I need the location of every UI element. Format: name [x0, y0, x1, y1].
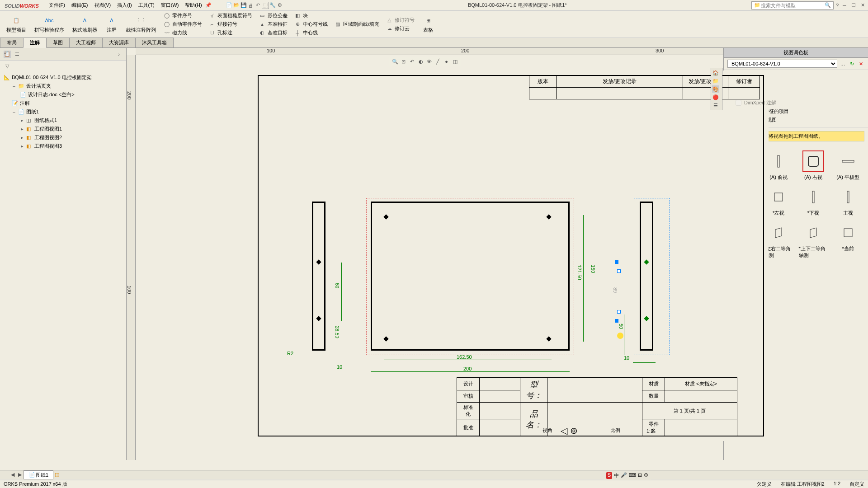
save-icon[interactable]: 💾: [240, 2, 247, 9]
options-icon[interactable]: ⚙: [276, 2, 283, 9]
help-icon[interactable]: ?: [834, 2, 841, 9]
tree-root[interactable]: 📐BQML01-00-624-V1.0 电控板固定架: [2, 73, 124, 82]
collapse-icon[interactable]: «: [2, 49, 9, 56]
format-painter-button[interactable]: A格式涂刷器: [70, 14, 100, 34]
new-icon[interactable]: 📄: [226, 2, 233, 9]
menu-tools[interactable]: 工具(T): [136, 1, 157, 9]
minimize-icon[interactable]: ─: [841, 2, 848, 9]
surface-finish-button[interactable]: √表面粗糙度符号: [207, 12, 254, 20]
datum-feature-button[interactable]: ▲基准特征: [257, 20, 289, 28]
view-right[interactable]: (A) 右视: [797, 149, 830, 183]
sheet-tab-1[interactable]: 📄图纸1: [24, 470, 53, 479]
tree-sheet1[interactable]: −📄图纸1: [10, 108, 124, 116]
weld-symbol-button[interactable]: ⌐焊接符号: [207, 20, 254, 28]
view-bottom[interactable]: *下视: [797, 184, 830, 218]
hatch-button[interactable]: ▨区域剖面线/填充: [332, 20, 381, 28]
tree-expand-icon[interactable]: ›: [115, 51, 123, 58]
zoom-fit-icon[interactable]: 🔍: [392, 58, 399, 65]
menu-edit[interactable]: 编辑(E): [69, 1, 91, 9]
balloon-button[interactable]: ◯零件序号: [161, 12, 204, 20]
menu-window[interactable]: 窗口(W): [158, 1, 182, 9]
dim-50[interactable]: 50: [618, 324, 624, 329]
clear-icon[interactable]: ✕: [857, 60, 864, 67]
tree-view1[interactable]: ▸◧工程图视图1: [18, 125, 124, 133]
display-icon[interactable]: 👁: [426, 58, 433, 65]
view-flat[interactable]: (A) 平板型: [831, 149, 864, 183]
print-icon[interactable]: 🖨: [247, 2, 255, 9]
ime-bar[interactable]: S 中 🎤⌨⊞⚙: [604, 471, 651, 480]
drawing-view-right[interactable]: [640, 202, 653, 351]
pattern-button[interactable]: ⋮⋮线性注释阵列: [123, 14, 159, 34]
open-icon[interactable]: 📂: [233, 2, 240, 9]
tree-view2[interactable]: ▸◧工程图视图2: [18, 133, 124, 142]
refresh-icon[interactable]: ↻: [848, 60, 855, 67]
palette-icon[interactable]: 🎨: [712, 85, 719, 93]
drawing-view-left[interactable]: [312, 202, 326, 351]
tree-design-binder[interactable]: −📁设计活页夹: [10, 82, 124, 90]
tab-eng2[interactable]: 大资源库: [102, 38, 136, 47]
auto-balloon-button[interactable]: ◯自动零件序号: [161, 20, 204, 28]
perspective-icon[interactable]: ◫: [452, 58, 459, 65]
menu-help[interactable]: 帮助(H): [182, 1, 204, 9]
section-icon[interactable]: ◐: [417, 58, 425, 65]
centerline-button[interactable]: ┼中心线: [292, 29, 330, 37]
sheet-prev-icon[interactable]: ◀: [9, 471, 16, 479]
zoom-prev-icon[interactable]: ↶: [409, 58, 416, 65]
datum-target-button[interactable]: ◐基准目标: [257, 29, 289, 37]
home-icon[interactable]: 🏠: [712, 69, 719, 76]
magnetic-line-button[interactable]: 〰磁力线: [161, 29, 204, 37]
dim-89[interactable]: 89: [613, 287, 618, 293]
center-mark-button[interactable]: ⊕中心符号线: [292, 20, 330, 28]
tree-annotations[interactable]: 📝注解: [10, 99, 124, 108]
spell-check-button[interactable]: Abc拼写检验程序: [32, 14, 67, 34]
menu-insert[interactable]: 插入(I): [114, 1, 134, 9]
undo-icon[interactable]: ↶: [255, 2, 262, 9]
sheet-next-icon[interactable]: ▶: [16, 471, 24, 479]
dim-121-50[interactable]: 121.50: [577, 265, 582, 280]
view-dimetric2[interactable]: *上下二等角轴测: [797, 220, 830, 261]
document-select[interactable]: BQML01-00-624-V1.0: [727, 60, 837, 68]
gtol-button[interactable]: ▭形位公差: [257, 12, 289, 20]
dim-10-left[interactable]: 10: [337, 364, 342, 370]
tree-view3[interactable]: ▸◧工程图视图3: [18, 142, 124, 150]
appearance-icon[interactable]: 🔴: [712, 94, 719, 101]
dim-162-50[interactable]: 162.50: [457, 354, 472, 360]
add-sheet-icon[interactable]: ◫: [53, 471, 61, 479]
tab-eng1[interactable]: 大工程师: [69, 38, 103, 47]
hole-callout-button[interactable]: ⊔孔标注: [207, 29, 254, 37]
tree-design-journal[interactable]: 📄设计日志.doc <空白>: [18, 90, 124, 99]
menu-view[interactable]: 视图(V): [92, 1, 114, 9]
tab-mufeng[interactable]: 沐风工具箱: [135, 38, 174, 47]
revision-symbol-button[interactable]: △修订符号: [384, 16, 416, 24]
tree-tab2-icon[interactable]: ☰: [14, 51, 21, 58]
line-icon[interactable]: ╱: [434, 58, 442, 65]
dim-200[interactable]: 200: [463, 366, 472, 371]
resources-icon[interactable]: 📁: [712, 77, 719, 84]
view-main[interactable]: 主视: [831, 184, 864, 218]
menu-file[interactable]: 文件(F): [46, 1, 68, 9]
tab-annotate[interactable]: 注解: [23, 38, 47, 48]
zoom-area-icon[interactable]: ⊡: [400, 58, 407, 65]
dim-10-right[interactable]: 10: [624, 355, 629, 361]
pin-icon[interactable]: 📌: [205, 2, 212, 9]
maximize-icon[interactable]: ☐: [850, 2, 857, 9]
search-input[interactable]: [761, 3, 824, 8]
block-button[interactable]: ◧块: [292, 12, 330, 20]
select-icon[interactable]: ⬚: [262, 2, 269, 9]
props-icon[interactable]: ☰: [712, 102, 719, 109]
tab-layout[interactable]: 布局: [0, 38, 24, 47]
drawing-canvas[interactable]: 100 200 300 200 100 🔍 ⊡ ↶ ◐ 👁 ╱ ● ◫ 版本发放…: [127, 48, 723, 460]
browse-icon[interactable]: …: [839, 60, 846, 67]
hide-icon[interactable]: ●: [443, 58, 450, 65]
dim-150[interactable]: 150: [590, 265, 596, 273]
tree-sheet-format[interactable]: ▸◫图纸格式1: [18, 116, 124, 125]
tab-sketch[interactable]: 草图: [46, 38, 70, 47]
note-button[interactable]: A注释: [103, 14, 121, 34]
dim-60[interactable]: 60: [335, 283, 340, 288]
tables-button[interactable]: ⊞表格: [419, 14, 437, 34]
filter-icon[interactable]: ▽: [4, 62, 11, 70]
close-icon[interactable]: ✕: [859, 2, 866, 9]
view-current[interactable]: *当前: [831, 220, 864, 261]
search-icon[interactable]: 🔍: [824, 2, 831, 9]
dim-28-50[interactable]: 28.50: [335, 326, 340, 338]
